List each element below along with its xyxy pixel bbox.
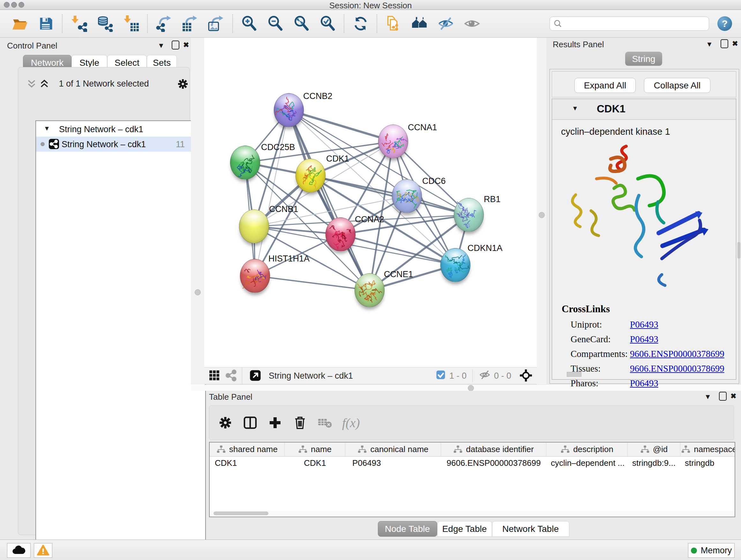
tab-node-table[interactable]: Node Table xyxy=(378,521,437,537)
network-node-hist1h1a[interactable] xyxy=(240,259,270,293)
show-columns-icon[interactable] xyxy=(243,415,258,430)
table-panel-float-icon[interactable] xyxy=(719,392,727,402)
export-network-button[interactable] xyxy=(155,15,173,33)
table-cell[interactable]: 9606.ENSP00000378699 xyxy=(441,456,546,470)
import-network-database-button[interactable] xyxy=(96,15,114,33)
table-cell[interactable]: cyclin–dependent ... xyxy=(546,456,628,470)
column-header-name[interactable]: name xyxy=(285,442,345,456)
table-cell[interactable]: CDK1 xyxy=(210,456,285,470)
table-row[interactable]: CDK1CDK1P064939606.ENSP00000378699cyclin… xyxy=(210,456,735,470)
network-node-cdkn1a[interactable] xyxy=(441,248,470,282)
table-cell[interactable]: stringdb:9... xyxy=(628,456,680,470)
export-image-button[interactable] xyxy=(207,15,225,33)
column-header-namespace[interactable]: namespace xyxy=(680,442,735,456)
string-home-button[interactable] xyxy=(411,15,428,33)
network-node-cdk1[interactable] xyxy=(295,159,326,192)
graphics-details-button[interactable] xyxy=(463,15,481,33)
right-splitter[interactable] xyxy=(537,38,546,384)
table-settings-gear-icon[interactable] xyxy=(218,415,233,430)
column-header-databaseidentifier[interactable]: database identifier xyxy=(441,442,546,456)
network-node-ccne1[interactable] xyxy=(354,273,385,307)
node-table[interactable]: shared name name canonical name database… xyxy=(209,442,735,517)
column-header-canonicalname[interactable]: canonical name xyxy=(345,442,441,456)
expand-all-button[interactable]: Expand All xyxy=(575,78,636,93)
cdk1-section-header[interactable]: ▼ CDK1 xyxy=(552,99,736,120)
refresh-button[interactable] xyxy=(352,15,369,33)
refresh-icon xyxy=(355,17,366,30)
share-view-icon[interactable] xyxy=(225,369,238,382)
grid-view-icon[interactable] xyxy=(208,369,221,382)
network-canvas[interactable]: CCNB2CCNA1CDC25BCDK1CDC6RB1CCNB1CCNA2CDK… xyxy=(204,38,537,367)
table-panel: Table Panel ▼ ✖ xyxy=(206,391,741,540)
network-node-ccnb2[interactable] xyxy=(274,93,304,127)
network-node-cdc25b[interactable] xyxy=(230,145,260,179)
table-cell[interactable]: P06493 xyxy=(345,456,441,470)
table-hscroll-thumb[interactable] xyxy=(213,511,268,515)
network-tree-root-row[interactable]: ▼ String Network – cdk1 1 xyxy=(36,122,205,137)
crosslink-link[interactable]: P06493 xyxy=(630,334,658,345)
section-collapse-icon[interactable]: ▼ xyxy=(572,105,578,112)
network-node-ccna2[interactable] xyxy=(326,217,355,251)
delete-column-trash-icon[interactable] xyxy=(292,415,308,430)
results-hscroll-thumb[interactable] xyxy=(567,372,582,377)
add-column-plus-icon[interactable] xyxy=(267,415,283,430)
zoom-out-button[interactable] xyxy=(266,15,284,33)
open-in-new-window-icon[interactable] xyxy=(249,369,262,382)
selected-checkbox-icon[interactable] xyxy=(435,369,446,382)
column-header-description[interactable]: description xyxy=(546,442,628,456)
export-table-button[interactable] xyxy=(181,15,199,33)
results-panel-float-icon[interactable] xyxy=(721,39,728,50)
control-panel-float-icon[interactable] xyxy=(172,41,179,51)
tab-string[interactable]: String xyxy=(625,52,662,66)
tab-network-table[interactable]: Network Table xyxy=(492,521,569,537)
table-hscrollbar[interactable] xyxy=(210,511,735,516)
control-panel-close-icon[interactable]: ✖ xyxy=(183,41,189,49)
gear-icon[interactable] xyxy=(177,78,189,91)
table-panel-menu-icon[interactable]: ▼ xyxy=(704,393,711,401)
hide-panel-button[interactable] xyxy=(437,15,455,33)
network-node-ccna1[interactable] xyxy=(378,125,408,159)
network-node-cdc6[interactable] xyxy=(392,179,422,213)
results-panel-close-icon[interactable]: ✖ xyxy=(732,40,738,48)
import-network-file-button[interactable] xyxy=(70,15,88,33)
warning-button[interactable] xyxy=(34,543,52,558)
results-panel-menu-icon[interactable]: ▼ xyxy=(706,40,713,49)
cloud-button[interactable] xyxy=(7,543,30,558)
function-builder-icon-disabled: f(x) xyxy=(342,415,360,430)
crosshair-icon[interactable] xyxy=(520,369,532,382)
hidden-eye-icon[interactable] xyxy=(479,369,491,383)
crosslink-link[interactable]: P06493 xyxy=(630,319,658,330)
control-panel-title: Control Panel xyxy=(7,41,57,51)
left-splitter[interactable] xyxy=(191,38,204,384)
zoom-in-button[interactable] xyxy=(240,15,258,33)
network-node-ccnb1[interactable] xyxy=(239,209,269,243)
zoom-selected-button[interactable] xyxy=(319,15,337,33)
tab-edge-table[interactable]: Edge Table xyxy=(437,521,492,537)
column-header-sharedname[interactable]: shared name xyxy=(210,442,285,456)
search-input[interactable] xyxy=(564,18,705,29)
network-tree-row[interactable]: String Network – cdk1 11 48 xyxy=(36,137,205,152)
zoom-fit-button[interactable] xyxy=(293,15,311,33)
node-label-ccne1: CCNE1 xyxy=(384,269,413,279)
clone-network-button[interactable] xyxy=(385,15,402,33)
collapse-triangle-icon[interactable]: ▼ xyxy=(44,125,50,132)
node-label-ccna1: CCNA1 xyxy=(408,123,437,132)
network-node-rb1[interactable] xyxy=(454,198,484,232)
column-header-id[interactable]: @id xyxy=(628,442,680,456)
search-box[interactable] xyxy=(549,17,709,30)
crosslink-link[interactable]: 9606.ENSP00000378699 xyxy=(630,349,724,359)
open-file-button[interactable] xyxy=(11,15,29,33)
table-cell[interactable]: CDK1 xyxy=(285,456,345,470)
help-button[interactable]: ? xyxy=(718,16,732,31)
save-session-button[interactable] xyxy=(37,15,55,33)
import-table-button[interactable] xyxy=(122,15,140,33)
table-cell[interactable]: stringdb xyxy=(680,456,735,470)
table-panel-close-icon[interactable]: ✖ xyxy=(731,392,736,400)
memory-button[interactable]: Memory xyxy=(688,543,735,558)
collapse-all-button[interactable]: Collapse All xyxy=(644,78,711,93)
crosslink-link[interactable]: 9606.ENSP00000378699 xyxy=(630,363,724,374)
folder-open-icon xyxy=(12,19,27,29)
crosslink-link[interactable]: P06493 xyxy=(630,378,658,388)
results-vscroll-thumb[interactable] xyxy=(738,242,740,259)
control-panel-menu-icon[interactable]: ▼ xyxy=(158,42,165,50)
